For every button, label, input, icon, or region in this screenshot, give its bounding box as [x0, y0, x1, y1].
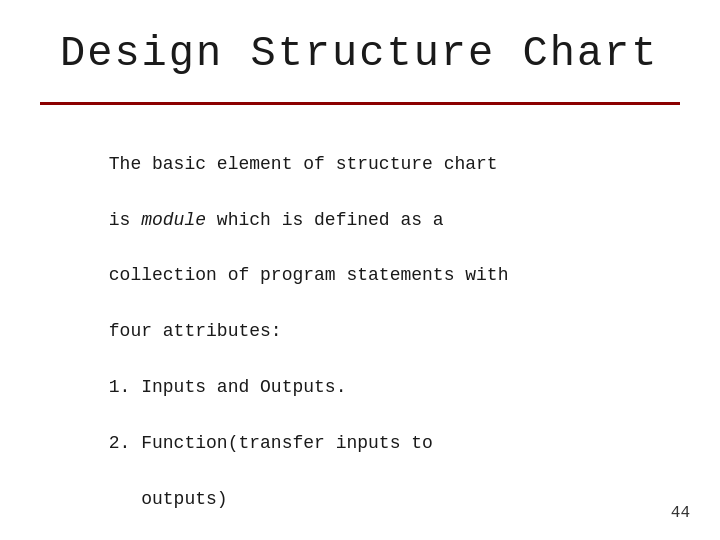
content-text: The basic element of structure chart is …	[44, 123, 680, 540]
content-area: The basic element of structure chart is …	[40, 123, 680, 540]
intro-line2-italic: module	[141, 210, 206, 230]
slide: Design Structure Chart The basic element…	[0, 0, 720, 540]
intro-line2-suffix: which is defined as a	[206, 210, 444, 230]
page-number: 44	[671, 504, 690, 522]
item2-line2: outputs)	[109, 489, 228, 509]
slide-title: Design Structure Chart	[40, 30, 680, 78]
intro-line1: The basic element of structure chart	[109, 154, 498, 174]
title-area: Design Structure Chart	[40, 30, 680, 90]
item1: 1. Inputs and Outputs.	[109, 377, 347, 397]
intro-line3: collection of program statements with	[109, 265, 509, 285]
divider	[40, 102, 680, 105]
intro-line2-prefix: is	[109, 210, 141, 230]
item2-line1: 2. Function(transfer inputs to	[109, 433, 433, 453]
intro-line4: four attributes:	[109, 321, 282, 341]
